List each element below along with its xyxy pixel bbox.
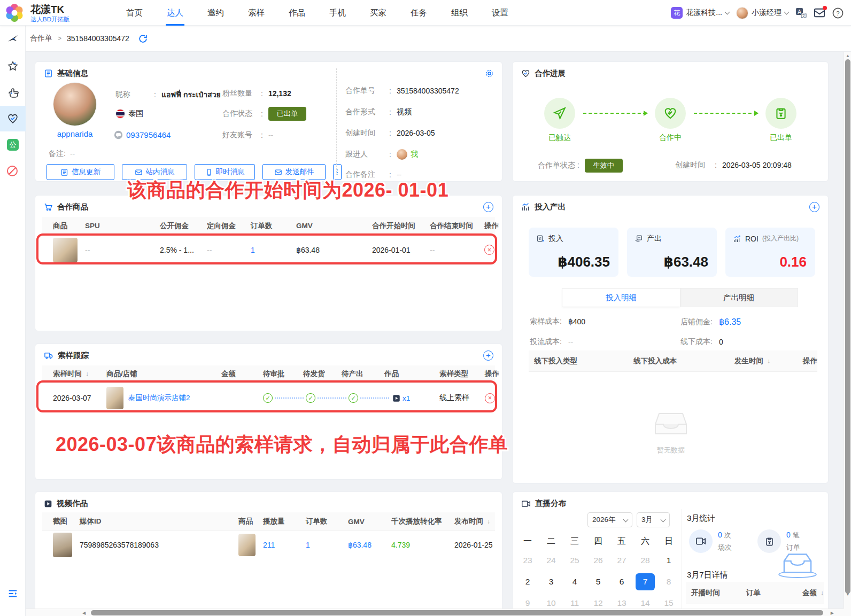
sessions-label: 场次	[718, 543, 732, 552]
calendar-day[interactable]: 8	[659, 573, 678, 590]
col-sample-time[interactable]: 索样时间↓	[53, 369, 106, 379]
coop-form-value: 视频	[397, 107, 412, 117]
notification-badge	[823, 6, 827, 10]
calendar-day[interactable]: 28	[636, 552, 655, 569]
mail-icon[interactable]	[814, 7, 825, 18]
follower-label: 跟进人	[345, 150, 384, 159]
nav-item-works[interactable]: 作品	[289, 0, 305, 26]
shop-link[interactable]: 泰国时尚演示店铺2	[128, 393, 190, 403]
refresh-icon[interactable]	[138, 34, 148, 44]
scroll-down-arrow[interactable]: ▼	[846, 592, 850, 597]
col-live-amount[interactable]: 金额↓	[786, 588, 824, 598]
friend-account-value: --	[268, 131, 273, 139]
video-orders-link[interactable]: 1	[306, 541, 348, 549]
product-image	[53, 238, 78, 262]
gear-icon[interactable]	[484, 68, 494, 79]
translate-icon[interactable]: A 文	[795, 7, 807, 19]
approval-check-icon: ✓	[263, 393, 273, 403]
calendar-day[interactable]: 23	[518, 552, 537, 569]
blocklist-icon[interactable]	[7, 166, 18, 176]
nav-item-org[interactable]: 组织	[451, 0, 468, 26]
horizontal-scrollbar[interactable]: ◀ ▶	[26, 609, 844, 616]
live-title: 直播分布	[535, 498, 566, 509]
nav-item-home[interactable]: 首页	[126, 0, 143, 26]
sample-cost-value: ฿400	[568, 317, 585, 326]
horizontal-scroll-thumb[interactable]	[91, 610, 823, 615]
calendar-day[interactable]: 6	[612, 573, 631, 590]
add-sample-button[interactable]: +	[483, 350, 493, 361]
calendar-day[interactable]: 24	[541, 552, 561, 569]
sort-icon: ↓	[86, 370, 89, 378]
calendar-day[interactable]: 26	[589, 552, 608, 569]
sample-row: 2026-03-07 泰国时尚演示店铺2 ✓ ✓ ✓ x1 线上索样 ×	[42, 383, 495, 413]
top-header: 花漾TK 达人BD开拓版 首页 达人 邀约 索样 作品 手机 买家 任务 组织 …	[0, 0, 851, 26]
roi-title: 投入产出	[535, 202, 566, 212]
favorites-star-icon[interactable]	[7, 60, 19, 72]
remove-product-icon[interactable]: ×	[484, 245, 494, 255]
nav-item-sample[interactable]: 索样	[248, 0, 265, 26]
public-sea-icon[interactable]: 公	[7, 139, 19, 151]
col-sample-type: 索样类型	[439, 369, 485, 379]
help-icon[interactable]: ?	[832, 7, 844, 19]
header-tools: 花 花漾科技... 小漾经理 A 文	[671, 0, 844, 26]
calendar-day[interactable]: 1	[659, 552, 678, 569]
vertical-scroll-thumb[interactable]	[845, 59, 850, 594]
empty-inbox-icon	[654, 410, 688, 437]
scroll-right-arrow[interactable]: ▶	[831, 611, 834, 615]
sample-cost-label: 索样成本:	[530, 317, 562, 326]
calendar-day[interactable]: 3	[541, 573, 561, 590]
nav-item-phone[interactable]: 手机	[329, 0, 346, 26]
calendar-day[interactable]: 5	[589, 573, 608, 590]
nav-item-invite[interactable]: 邀约	[207, 0, 224, 26]
plays-link[interactable]: 211	[263, 541, 306, 549]
calendar-day[interactable]: 27	[612, 552, 631, 569]
calendar-week-row: 2 3 4 5 6 7 8	[518, 573, 678, 590]
breadcrumb-separator: >	[58, 35, 61, 42]
scroll-up-arrow[interactable]: ▲	[846, 53, 850, 58]
tab-output-detail[interactable]: 产出明细	[680, 288, 798, 307]
col-start: 合作开始时间	[372, 221, 430, 231]
col-publish-time[interactable]: 发布时间↓	[454, 517, 513, 526]
nav-item-task[interactable]: 任务	[411, 0, 427, 26]
calendar-day-selected[interactable]: 7	[636, 573, 655, 590]
brand-bird-icon[interactable]	[7, 33, 19, 45]
line-messenger-icon	[114, 130, 123, 139]
company-switcher[interactable]: 花 花漾科技...	[671, 7, 729, 19]
phone-link[interactable]: 0937956464	[126, 130, 171, 139]
nav-item-buyer[interactable]: 买家	[370, 0, 386, 26]
cooperation-heart-icon[interactable]	[7, 113, 19, 124]
breadcrumb-root[interactable]: 合作单	[30, 34, 52, 43]
basic-info-icon	[44, 69, 53, 78]
add-investment-button[interactable]: +	[809, 202, 819, 212]
cooperation-progress-card: 合作进展 已触达 合作中 已出单 合作单状态 : 生效中 创建时间	[512, 61, 829, 182]
collapse-menu-icon[interactable]	[7, 588, 19, 599]
col-conversion: 千次播放转化率	[391, 517, 454, 526]
step-reached-label: 已触达	[528, 133, 592, 143]
add-product-button[interactable]: +	[483, 202, 493, 212]
works-count-link[interactable]: x1	[403, 394, 410, 402]
works-play-icon	[392, 394, 400, 402]
scroll-left-arrow[interactable]: ◀	[82, 611, 86, 615]
sessions-unit: 次	[724, 531, 731, 539]
orders-count-link[interactable]: 1	[251, 246, 296, 254]
calendar-day[interactable]: 25	[565, 552, 584, 569]
shop-commission-value: ฿6.35	[719, 317, 741, 327]
output-check-icon: ✓	[349, 393, 358, 403]
live-table-header: 开播时间 订单 金额↓	[686, 582, 824, 604]
col-occur-time[interactable]: 发生时间↓	[734, 356, 803, 366]
month-select[interactable]: 3月	[637, 512, 670, 527]
info-update-button[interactable]: 信息更新	[47, 164, 114, 180]
user-menu[interactable]: 小漾经理	[736, 7, 788, 19]
calendar-day[interactable]: 2	[518, 573, 537, 590]
vertical-scrollbar[interactable]: ▲ ▼	[844, 52, 851, 609]
nav-item-talent[interactable]: 达人	[167, 0, 183, 26]
reach-hand-icon[interactable]	[7, 87, 20, 99]
breadcrumb: 合作单 > 351584003305472	[26, 26, 851, 52]
nav-item-settings[interactable]: 设置	[492, 0, 508, 26]
tab-invest-detail[interactable]: 投入明细	[562, 288, 680, 307]
remove-sample-icon[interactable]: ×	[485, 393, 495, 403]
year-select[interactable]: 2026年	[587, 512, 632, 527]
calendar-day[interactable]: 4	[565, 573, 584, 590]
talent-username-link[interactable]: appnarida	[53, 129, 97, 138]
annotation-text-product-start: 该商品的合作开始时间为2026- 01-01	[127, 177, 448, 204]
